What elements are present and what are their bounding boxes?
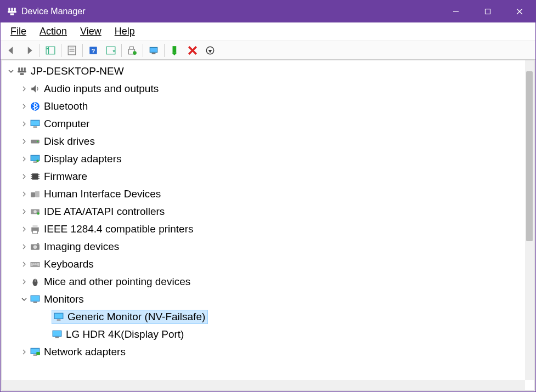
tree-category-node[interactable]: Imaging devices bbox=[2, 238, 534, 255]
tree-category-node[interactable]: Network adapters bbox=[2, 343, 534, 361]
svg-text:?: ? bbox=[92, 47, 95, 54]
show-hide-tree-button[interactable] bbox=[42, 43, 59, 58]
svg-point-38 bbox=[36, 160, 39, 162]
ide-icon bbox=[30, 206, 41, 217]
svg-rect-56 bbox=[37, 243, 38, 244]
svg-rect-23 bbox=[152, 53, 156, 54]
svg-rect-12 bbox=[68, 46, 76, 55]
chevron-right-icon[interactable] bbox=[20, 120, 29, 128]
tree-category-node[interactable]: Monitors bbox=[2, 291, 534, 308]
tree-node-label: IEEE 1284.4 compatible printers bbox=[44, 223, 194, 235]
svg-rect-72 bbox=[36, 352, 40, 355]
chevron-down-icon[interactable] bbox=[20, 295, 29, 304]
tree-category-node[interactable]: IEEE 1284.4 compatible printers bbox=[2, 220, 534, 238]
chevron-down-icon[interactable] bbox=[7, 67, 15, 76]
chevron-right-icon[interactable] bbox=[20, 277, 29, 286]
svg-rect-27 bbox=[18, 67, 20, 71]
scrollbar-thumb[interactable] bbox=[526, 71, 533, 241]
network-icon bbox=[30, 346, 41, 357]
chevron-right-icon[interactable] bbox=[20, 137, 29, 146]
uninstall-device-button[interactable] bbox=[184, 43, 201, 58]
app-icon bbox=[7, 7, 17, 16]
chevron-right-icon[interactable] bbox=[20, 348, 29, 356]
tree-category-node[interactable]: Display adapters bbox=[2, 150, 534, 168]
device-tree[interactable]: JP-DESKTOP-NEW Audio inputs and outputs … bbox=[2, 60, 534, 390]
tree-category-node[interactable]: Keyboards bbox=[2, 255, 534, 273]
svg-rect-64 bbox=[31, 296, 40, 301]
svg-rect-67 bbox=[57, 320, 61, 321]
scan-hardware-button[interactable] bbox=[145, 43, 162, 58]
chevron-right-icon[interactable] bbox=[20, 102, 29, 111]
svg-rect-65 bbox=[33, 302, 37, 303]
tree-node-label: Keyboards bbox=[44, 258, 94, 270]
chip-icon bbox=[30, 171, 41, 182]
svg-rect-60 bbox=[36, 264, 37, 264]
tree-device-node[interactable]: LG HDR 4K(Display Port) bbox=[2, 326, 534, 343]
menu-view[interactable]: View bbox=[74, 24, 108, 39]
forward-button[interactable] bbox=[21, 43, 37, 58]
tree-node-label: Computer bbox=[44, 118, 89, 130]
tree-category-node[interactable]: Computer bbox=[2, 115, 534, 133]
speaker-icon bbox=[30, 83, 41, 94]
add-legacy-hardware-button[interactable] bbox=[202, 43, 218, 58]
action-list-button[interactable] bbox=[103, 43, 119, 58]
properties-button[interactable] bbox=[64, 43, 80, 58]
svg-rect-3 bbox=[14, 8, 15, 11]
tree-node-label: Bluetooth bbox=[44, 100, 88, 112]
toolbar-separator bbox=[61, 44, 61, 57]
menu-help[interactable]: Help bbox=[108, 24, 142, 39]
chevron-right-icon[interactable] bbox=[20, 225, 29, 234]
chevron-right-icon[interactable] bbox=[20, 242, 29, 251]
horizontal-scrollbar[interactable] bbox=[2, 380, 525, 390]
svg-rect-61 bbox=[33, 265, 38, 265]
toolbar-separator bbox=[82, 44, 83, 57]
monitor-icon bbox=[30, 294, 41, 305]
svg-rect-47 bbox=[35, 191, 40, 197]
menu-action[interactable]: Action bbox=[33, 24, 74, 39]
svg-rect-6 bbox=[486, 9, 490, 14]
svg-rect-26 bbox=[18, 71, 26, 72]
tree-category-node[interactable]: Mice and other pointing devices bbox=[2, 273, 534, 291]
chevron-right-icon[interactable] bbox=[20, 155, 29, 163]
help-button[interactable]: ? bbox=[85, 43, 101, 58]
chevron-right-icon[interactable] bbox=[20, 172, 29, 181]
tree-category-node[interactable]: IDE ATA/ATAPI controllers bbox=[2, 203, 534, 220]
svg-rect-52 bbox=[33, 225, 38, 228]
menu-file[interactable]: File bbox=[4, 24, 33, 39]
tree-node-label: IDE ATA/ATAPI controllers bbox=[44, 206, 165, 218]
toolbar-separator bbox=[121, 44, 122, 57]
close-button[interactable] bbox=[504, 1, 535, 22]
tree-node-label: Network adapters bbox=[44, 346, 126, 358]
svg-rect-4 bbox=[10, 13, 14, 15]
minimize-button[interactable] bbox=[440, 1, 472, 22]
update-driver-button[interactable] bbox=[124, 43, 140, 58]
chevron-right-icon[interactable] bbox=[20, 260, 29, 269]
svg-rect-59 bbox=[34, 264, 35, 264]
tree-node-label: Display adapters bbox=[44, 153, 122, 165]
svg-rect-58 bbox=[32, 264, 33, 264]
svg-rect-33 bbox=[33, 127, 37, 128]
tree-node-label: JP-DESKTOP-NEW bbox=[31, 65, 124, 77]
tree-category-node[interactable]: Audio inputs and outputs bbox=[2, 80, 534, 98]
vertical-scrollbar[interactable] bbox=[525, 60, 534, 380]
svg-rect-0 bbox=[8, 11, 16, 13]
tree-category-node[interactable]: Firmware bbox=[2, 168, 534, 185]
svg-rect-69 bbox=[55, 337, 59, 338]
chevron-right-icon[interactable] bbox=[20, 190, 29, 198]
maximize-button[interactable] bbox=[472, 1, 504, 22]
toolbar: ? bbox=[1, 41, 535, 60]
tree-category-node[interactable]: Human Interface Devices bbox=[2, 185, 534, 203]
tree-category-node[interactable]: Disk drives bbox=[2, 133, 534, 150]
tree-category-node[interactable]: Bluetooth bbox=[2, 98, 534, 115]
tree-device-node[interactable]: Generic Monitor (NV-Failsafe) bbox=[2, 308, 534, 326]
computer-icon bbox=[16, 66, 27, 77]
tree-root-node[interactable]: JP-DESKTOP-NEW bbox=[2, 63, 534, 80]
chevron-right-icon[interactable] bbox=[20, 207, 29, 216]
enable-device-button[interactable] bbox=[167, 43, 183, 58]
chevron-right-icon[interactable] bbox=[20, 84, 29, 93]
window-title: Device Manager bbox=[21, 7, 440, 16]
monitor-icon bbox=[52, 329, 63, 340]
tree-node-label: Firmware bbox=[44, 171, 87, 183]
back-button[interactable] bbox=[3, 43, 20, 58]
chevron-spacer bbox=[42, 313, 50, 321]
